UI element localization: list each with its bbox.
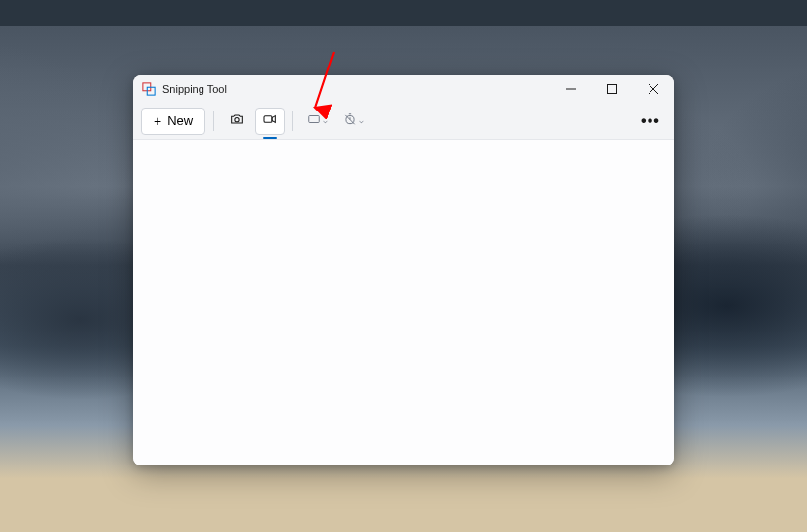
minimize-button[interactable] xyxy=(551,75,592,103)
plus-icon: + xyxy=(154,113,161,129)
record-mode-button[interactable] xyxy=(255,108,285,135)
toolbar-divider xyxy=(213,111,214,131)
toolbar: + New xyxy=(133,103,674,140)
chevron-down-icon: ⌵ xyxy=(359,116,364,125)
snipping-tool-window: Snipping Tool + New xyxy=(133,75,674,466)
window-controls xyxy=(551,75,674,103)
chevron-down-icon: ⌵ xyxy=(323,116,328,125)
ellipsis-icon: ••• xyxy=(641,112,660,130)
snip-mode-button[interactable] xyxy=(222,108,251,135)
toolbar-divider xyxy=(292,111,293,131)
svg-rect-8 xyxy=(309,115,320,122)
titlebar[interactable]: Snipping Tool xyxy=(133,75,674,103)
snip-shape-dropdown[interactable]: ⌵ xyxy=(301,109,334,134)
svg-rect-3 xyxy=(608,85,617,94)
svg-rect-7 xyxy=(264,115,272,122)
maximize-button[interactable] xyxy=(592,75,633,103)
more-options-button[interactable]: ••• xyxy=(635,108,666,135)
svg-line-12 xyxy=(346,114,355,123)
rectangle-icon xyxy=(307,112,321,130)
new-button[interactable]: + New xyxy=(141,108,205,135)
window-title: Snipping Tool xyxy=(162,83,551,95)
svg-point-6 xyxy=(235,117,239,121)
close-button[interactable] xyxy=(633,75,674,103)
content-area xyxy=(133,140,674,466)
delay-dropdown[interactable]: ⌵ xyxy=(337,109,370,134)
video-icon xyxy=(262,111,278,131)
camera-icon xyxy=(229,111,245,131)
new-button-label: New xyxy=(167,113,193,128)
timer-off-icon xyxy=(343,112,357,130)
app-icon xyxy=(141,81,157,97)
